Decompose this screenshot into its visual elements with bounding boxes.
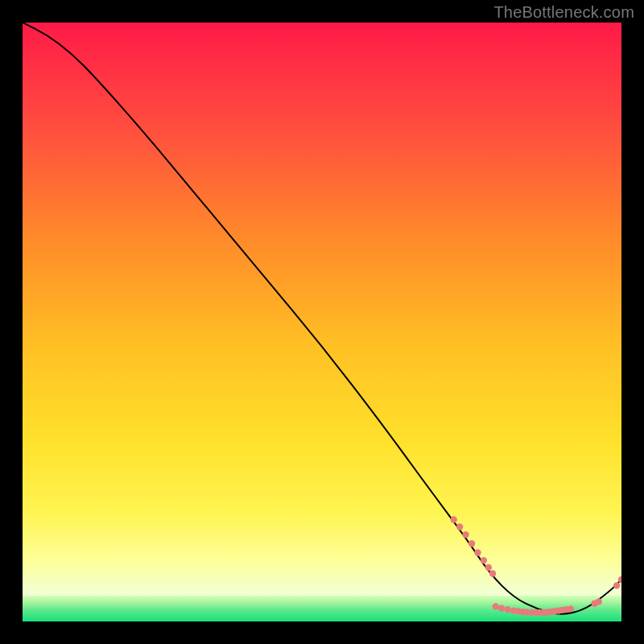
marker-dot <box>481 557 487 564</box>
chart-frame: TheBottleneck.com <box>0 0 644 644</box>
marker-dot <box>613 582 620 588</box>
marker-dot <box>450 516 456 522</box>
watermark-text: TheBottleneck.com <box>493 3 634 22</box>
bottleneck-curve-path <box>23 23 621 614</box>
bottleneck-curve <box>23 23 621 614</box>
marker-dot <box>474 549 481 555</box>
plot-area <box>23 23 621 621</box>
marker-dot <box>498 605 505 611</box>
marker-dot <box>462 531 469 538</box>
marker-dot <box>489 570 496 576</box>
marker-dot <box>493 603 499 609</box>
marker-dot <box>456 523 463 530</box>
marker-dot <box>485 564 492 571</box>
chart-svg <box>23 23 621 621</box>
marker-dot <box>504 606 510 613</box>
marker-dot <box>596 598 602 605</box>
marker-dot <box>568 605 574 612</box>
marker-dot <box>469 540 475 547</box>
marker-points <box>450 516 621 616</box>
